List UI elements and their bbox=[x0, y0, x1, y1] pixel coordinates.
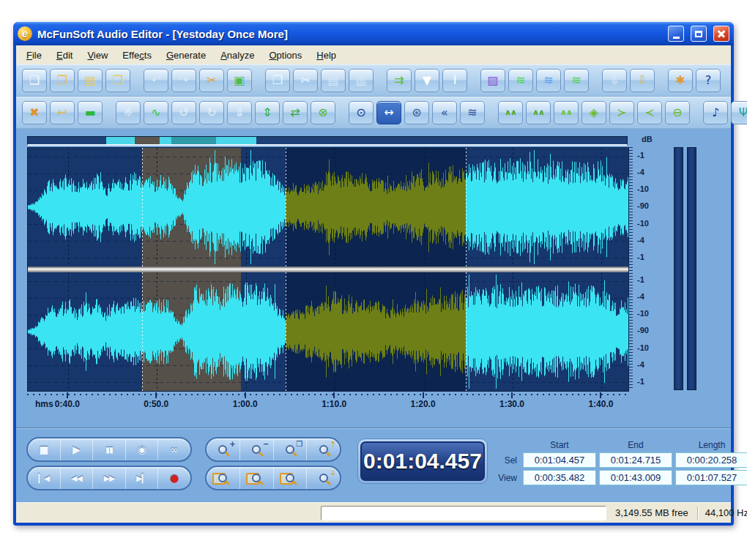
menu-item-effects[interactable]: Effects bbox=[115, 47, 159, 64]
record-icon: ● bbox=[170, 472, 179, 484]
envelope-peaks-2-icon: ∧∧ bbox=[532, 108, 544, 116]
menu-item-edit[interactable]: Edit bbox=[49, 47, 80, 64]
toolbar-button-redo[interactable]: ↷ bbox=[171, 69, 196, 92]
toolbar-button-expand-vertical-green[interactable]: ⇕ bbox=[255, 101, 280, 124]
toolbar-button-crossed-tools[interactable]: ✖ bbox=[22, 101, 47, 124]
toolbar-button-toggle-channels[interactable]: ▨ bbox=[480, 69, 505, 92]
toolbar-button-wave-view-1[interactable]: ≋ bbox=[508, 69, 533, 92]
timeline-tick bbox=[511, 392, 513, 398]
toolbar-button-multi-wave[interactable]: ≋ bbox=[460, 101, 485, 124]
toolbar-button-fade-out-shape[interactable]: ≻ bbox=[609, 101, 634, 124]
fade-in-shape-icon: ≺ bbox=[644, 107, 654, 119]
toolbar-button-save-as[interactable]: ❐ bbox=[105, 69, 130, 92]
expand-vertical-green-icon: ⇕ bbox=[262, 107, 272, 119]
toolbar-button-sound-waves[interactable]: « bbox=[432, 101, 457, 124]
toolbar-button-envelope-peaks-2[interactable]: ∧∧ bbox=[526, 101, 551, 124]
sel-length-value: 0:00:20.258 bbox=[675, 452, 747, 468]
toolbar-button-convert-format[interactable]: ⇉ bbox=[387, 69, 412, 92]
toolbar-button-wave-shrink[interactable]: ∿ bbox=[144, 101, 168, 124]
zoom-button-zoom-out[interactable]: − bbox=[239, 438, 273, 460]
zoom-button-zoom-window[interactable]: ❐ bbox=[273, 438, 307, 460]
toolbar-button-swap-channels[interactable]: ⇄ bbox=[283, 101, 308, 124]
minimize-button[interactable] bbox=[668, 26, 684, 42]
toolbar-button-cut-selection[interactable]: ✂ bbox=[293, 69, 318, 92]
toolbar-button-ibeam-select[interactable]: I bbox=[442, 69, 467, 92]
toolbar-button-resize-note[interactable]: ♪ bbox=[703, 101, 728, 124]
transport-button-stop[interactable]: ■ bbox=[28, 438, 60, 460]
toolbar-button-speaker-mute[interactable]: ⊗ bbox=[311, 101, 335, 124]
toolbar-button-save-file[interactable]: ▤ bbox=[78, 69, 103, 92]
toolbar-button-loop-rotate-2[interactable]: ↻ bbox=[199, 101, 224, 124]
transport-button-rewind[interactable]: ◀◀ bbox=[60, 467, 93, 489]
toolbar-button-paste[interactable]: ▤ bbox=[321, 69, 346, 92]
close-button[interactable] bbox=[713, 26, 729, 42]
transport-button-fast-forward[interactable]: ▶▶ bbox=[92, 467, 125, 489]
toolbar-button-wave-view-3[interactable]: ≋ bbox=[564, 69, 589, 92]
menu-item-view[interactable]: View bbox=[80, 47, 115, 64]
toolbar-button-fit-horizontal[interactable]: ↔ bbox=[376, 101, 401, 124]
app-window: e McFunSoft Audio Editor - [Yestoday Onc… bbox=[13, 22, 734, 526]
toolbar-button-fade-diamond[interactable]: ◈ bbox=[581, 101, 606, 124]
overview-bar[interactable] bbox=[27, 136, 628, 146]
toolbar-button-copy[interactable]: ❐ bbox=[265, 69, 290, 92]
toolbar-button-color-settings[interactable]: ✱ bbox=[668, 69, 693, 92]
transport-button-go-end[interactable]: ▶▎ bbox=[125, 467, 158, 489]
paste-icon: ▤ bbox=[327, 75, 338, 86]
sound-waves-icon: « bbox=[441, 107, 448, 119]
zoom-button-zoom-in[interactable]: + bbox=[207, 438, 239, 460]
fast-forward-icon: ▶▶ bbox=[104, 474, 115, 483]
toolbar-button-shell-download[interactable]: ⇩ bbox=[630, 69, 655, 92]
menu-item-options[interactable]: Options bbox=[261, 47, 309, 64]
timeline-ruler[interactable]: hms 0:40.00:50.01:00.01:10.01:20.01:30.0… bbox=[16, 392, 731, 416]
ibeam-select-icon: I bbox=[453, 75, 457, 86]
zoom-button-zoom-vertical-out[interactable]: ⇣ bbox=[306, 467, 340, 489]
magnifier-icon bbox=[218, 474, 227, 482]
toolbar-button-fade-in-shape[interactable]: ≺ bbox=[637, 101, 662, 124]
undo-icon: ↶ bbox=[151, 75, 160, 86]
zoom-button-zoom-selection[interactable] bbox=[239, 467, 273, 489]
toolbar-button-open-file[interactable]: ❒ bbox=[50, 69, 75, 92]
toolbar-button-revert[interactable]: ↩ bbox=[50, 101, 75, 124]
color-settings-icon: ✱ bbox=[675, 75, 685, 86]
level-meter-right bbox=[687, 147, 696, 390]
toolbar-button-wave-view-2[interactable]: ≋ bbox=[536, 69, 561, 92]
toolbar-button-undo[interactable]: ↶ bbox=[144, 69, 168, 92]
toolbar-button-cut[interactable]: ✂ bbox=[199, 69, 224, 92]
toolbar-button-help[interactable]: ? bbox=[696, 69, 721, 92]
toolbar-button-crop-trim[interactable]: ▣ bbox=[227, 69, 252, 92]
timeline-tick-label: 1:10.0 bbox=[322, 399, 346, 409]
menu-item-analyze[interactable]: Analyze bbox=[213, 47, 261, 64]
transport-button-pause[interactable]: ▮▮ bbox=[92, 438, 125, 460]
transport-button-record[interactable]: ● bbox=[157, 467, 190, 489]
menu-item-help[interactable]: Help bbox=[309, 47, 343, 64]
transport-button-go-start[interactable]: ▎◀ bbox=[28, 467, 60, 489]
waveform-display[interactable] bbox=[27, 147, 629, 392]
menu-item-file[interactable]: File bbox=[19, 47, 49, 64]
transport-button-play-circle[interactable]: ◉ bbox=[125, 438, 158, 460]
toolbar-button-find-download[interactable]: ⇩ bbox=[602, 69, 627, 92]
toolbar-button-loop-rotate-1[interactable]: ↺ bbox=[171, 101, 196, 124]
menu-item-generate[interactable]: Generate bbox=[159, 47, 213, 64]
toolbar-button-process-gears[interactable]: ⊛ bbox=[404, 101, 429, 124]
zoom-button-zoom-vertical-in[interactable]: ⇡ bbox=[306, 438, 340, 460]
toolbar-button-brightness[interactable]: ☼ bbox=[116, 101, 141, 124]
toolbar-button-stopwatch[interactable]: ⊙ bbox=[349, 101, 374, 124]
toolbar-button-marker-bar[interactable]: ▬ bbox=[78, 101, 103, 124]
toolbar-button-paste-mix[interactable]: ▥ bbox=[349, 69, 374, 92]
toolbar-button-new-file[interactable]: ❏ bbox=[22, 69, 47, 92]
toolbar-button-envelope-peaks-1[interactable]: ∧∧ bbox=[498, 101, 523, 124]
zoom-button-zoom-sel-end[interactable] bbox=[273, 467, 307, 489]
toolbar-button-tuning-fork[interactable]: Ψ bbox=[731, 101, 747, 124]
transport-button-play[interactable]: ▶ bbox=[60, 438, 93, 460]
zoom-button-zoom-sel-start[interactable] bbox=[207, 467, 239, 489]
rewind-icon: ◀◀ bbox=[71, 474, 82, 483]
envelope-peaks-1-icon: ∧∧ bbox=[505, 108, 516, 116]
loop-icon: ∞ bbox=[170, 444, 179, 455]
maximize-button[interactable] bbox=[691, 26, 707, 42]
overview-segment-marked-region bbox=[135, 137, 160, 144]
transport-button-loop[interactable]: ∞ bbox=[157, 438, 190, 460]
toolbar-button-more-dropdown[interactable]: ▼ bbox=[415, 69, 439, 92]
toolbar-button-expand-vertical[interactable]: ⇕ bbox=[227, 101, 252, 124]
toolbar-button-envelope-flat[interactable]: ⊖ bbox=[665, 101, 690, 124]
toolbar-button-envelope-peaks-3[interactable]: ∧∧ bbox=[554, 101, 579, 124]
